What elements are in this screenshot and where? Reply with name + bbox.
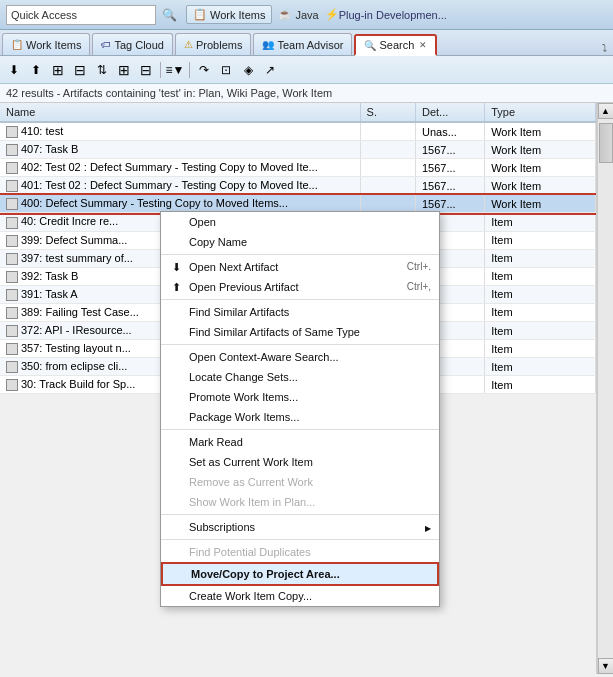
tab-problems[interactable]: ⚠ Problems (175, 33, 251, 55)
toolbar-up-btn[interactable]: ⬆ (26, 60, 46, 80)
row-icon (6, 180, 18, 192)
menu-separator (161, 539, 439, 540)
menu-item-label: Find Potential Duplicates (189, 546, 311, 558)
toolbar-star-btn[interactable]: ◈ (238, 60, 258, 80)
row-s (360, 122, 415, 141)
results-info-text: 42 results - Artifacts containing 'test'… (6, 87, 332, 99)
menu-item-5[interactable]: Find Similar Artifacts of Same Type (161, 322, 439, 342)
plugin-label: Plug-in Developmen... (339, 9, 447, 21)
menu-item-1[interactable]: Copy Name (161, 232, 439, 252)
row-icon (6, 379, 18, 391)
toolbar-remove-btn[interactable]: ⊟ (70, 60, 90, 80)
scroll-down-btn[interactable]: ▼ (598, 658, 614, 674)
toolbar-sep2 (189, 62, 190, 78)
row-type: Item (485, 213, 596, 231)
menu-item-label: Open Next Artifact (189, 261, 278, 273)
menu-item-7[interactable]: Locate Change Sets... (161, 367, 439, 387)
col-type[interactable]: Type (485, 103, 596, 122)
row-icon (6, 235, 18, 247)
scroll-up-btn[interactable]: ▲ (598, 103, 614, 119)
toolbar-down-btn[interactable]: ⬇ (4, 60, 24, 80)
menu-item-label: Package Work Items... (189, 411, 299, 423)
menu-item-3[interactable]: ⬆Open Previous ArtifactCtrl+, (161, 277, 439, 297)
table-row[interactable]: 401: Test 02 : Defect Summary - Testing … (0, 177, 596, 195)
menu-item-14[interactable]: Subscriptions (161, 517, 439, 537)
toolbar-menu-btn[interactable]: ≡▼ (165, 60, 185, 80)
scrollbar-track[interactable] (599, 119, 613, 658)
java-tab-title[interactable]: ☕ Java (278, 8, 318, 21)
row-icon (6, 126, 18, 138)
tab-search[interactable]: 🔍 Search ✕ (354, 34, 437, 56)
toolbar-export-btn[interactable]: ↗ (260, 60, 280, 80)
row-icon (6, 289, 18, 301)
menu-item-17[interactable]: Create Work Item Copy... (161, 586, 439, 606)
menu-item-12: Remove as Current Work (161, 472, 439, 492)
toolbar-group-btn[interactable]: ⊞ (114, 60, 134, 80)
menu-item-6[interactable]: Open Context-Aware Search... (161, 347, 439, 367)
menu-item-4[interactable]: Find Similar Artifacts (161, 302, 439, 322)
workitems-tab-title[interactable]: 📋 Work Items (186, 5, 272, 24)
table-row[interactable]: 402: Test 02 : Defect Summary - Testing … (0, 159, 596, 177)
plugin-icon: ⚡ (325, 8, 339, 21)
menu-item-0[interactable]: Open (161, 212, 439, 232)
menu-separator (161, 344, 439, 345)
menu-item-8[interactable]: Promote Work Items... (161, 387, 439, 407)
toolbar-ungroup-btn[interactable]: ⊟ (136, 60, 156, 80)
row-type: Item (485, 358, 596, 376)
plugin-tab-title[interactable]: ⚡ Plug-in Developmen... (325, 8, 447, 21)
toolbar-sort-btn[interactable]: ⇅ (92, 60, 112, 80)
menu-item-9[interactable]: Package Work Items... (161, 407, 439, 427)
toolbar-sep1 (160, 62, 161, 78)
row-type: Work Item (485, 195, 596, 213)
toolbar-refresh-btn[interactable]: ↷ (194, 60, 214, 80)
menu-item-label: Remove as Current Work (189, 476, 313, 488)
workitems-icon: 📋 (193, 8, 207, 21)
menu-item-label: Open (189, 216, 216, 228)
tab-search-icon: 🔍 (364, 40, 376, 51)
tab-tagcloud-label: Tag Cloud (114, 39, 164, 51)
minimize-view-icon[interactable]: ⤵ (602, 42, 607, 53)
java-icon: ☕ (278, 8, 292, 21)
workitems-label: Work Items (210, 9, 265, 21)
menu-separator (161, 254, 439, 255)
tab-search-close[interactable]: ✕ (419, 40, 427, 50)
row-det: Unas... (415, 122, 484, 141)
col-det[interactable]: Det... (415, 103, 484, 122)
java-label: Java (295, 9, 318, 21)
row-type: Item (485, 376, 596, 394)
row-s (360, 141, 415, 159)
col-s[interactable]: S. (360, 103, 415, 122)
tab-tagcloud[interactable]: 🏷 Tag Cloud (92, 33, 173, 55)
row-s (360, 177, 415, 195)
row-s (360, 159, 415, 177)
toolbar-add-btn[interactable]: ⊞ (48, 60, 68, 80)
menu-item-label: Mark Read (189, 436, 243, 448)
menu-item-label: Copy Name (189, 236, 247, 248)
menu-separator (161, 514, 439, 515)
quick-access-input[interactable] (6, 5, 156, 25)
vertical-scrollbar[interactable]: ▲ ▼ (597, 103, 613, 674)
scrollbar-thumb[interactable] (599, 123, 613, 163)
menu-item-16[interactable]: Move/Copy to Project Area... (161, 562, 439, 586)
tab-advisor-icon: 👥 (262, 39, 274, 50)
row-icon (6, 307, 18, 319)
menu-shortcut: Ctrl+. (407, 261, 431, 272)
tab-teamadvisor[interactable]: 👥 Team Advisor (253, 33, 352, 55)
toolbar-link-btn[interactable]: ⊡ (216, 60, 236, 80)
col-name[interactable]: Name (0, 103, 360, 122)
tab-advisor-label: Team Advisor (277, 39, 343, 51)
row-type: Item (485, 231, 596, 249)
tab-search-label: Search (379, 39, 414, 51)
row-icon (6, 271, 18, 283)
menu-item-10[interactable]: Mark Read (161, 432, 439, 452)
row-type: Work Item (485, 141, 596, 159)
main-content: Name S. Det... Type 410: testUnas...Work… (0, 103, 613, 674)
tab-workitems[interactable]: 📋 Work Items (2, 33, 90, 55)
search-icon-small[interactable]: 🔍 (160, 6, 178, 24)
menu-down-arrow-icon: ⬇ (169, 260, 183, 274)
table-row[interactable]: 407: Task B1567...Work Item (0, 141, 596, 159)
menu-item-11[interactable]: Set as Current Work Item (161, 452, 439, 472)
table-row[interactable]: 410: testUnas...Work Item (0, 122, 596, 141)
row-type: Item (485, 267, 596, 285)
menu-item-2[interactable]: ⬇Open Next ArtifactCtrl+. (161, 257, 439, 277)
